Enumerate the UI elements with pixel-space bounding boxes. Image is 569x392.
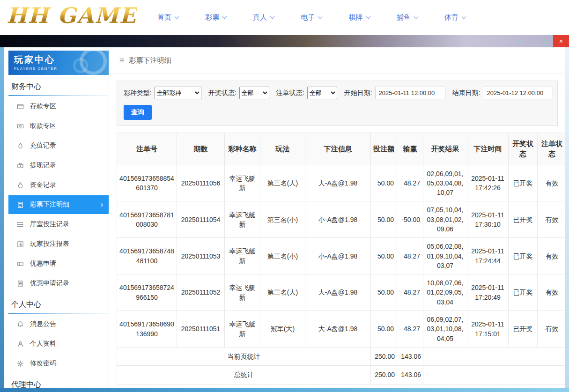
section-underline	[8, 95, 109, 96]
draw-status-label: 开奖状态:	[208, 89, 236, 97]
deposit-icon	[16, 103, 24, 110]
table-cell: 冠军(大)	[260, 311, 305, 348]
table-cell: 401569173658724966150	[117, 274, 177, 311]
nav-item-6[interactable]: 捕鱼	[397, 13, 418, 22]
table-cell: 2025-01-11 17:30:10	[467, 201, 509, 238]
app-window: 玩家中心 PLAYERS CENTER 财务中心存款专区取款专区充值记录提现记录…	[4, 47, 565, 388]
table-cell: 已开奖	[509, 311, 538, 348]
window-frame-right	[565, 47, 569, 388]
sidebar-item-label: 优惠申请记录	[30, 279, 69, 288]
table-cell: 48.27	[397, 238, 423, 274]
end-date-input[interactable]	[483, 87, 553, 99]
report-icon	[16, 241, 24, 248]
sidebar-item-label: 取款专区	[30, 122, 56, 130]
sidebar-section-title[interactable]: 财务中心	[8, 75, 109, 95]
column-header: 彩种名称	[225, 133, 260, 165]
sidebar-item[interactable]: 修改密码	[8, 354, 109, 373]
chevron-down-icon	[414, 15, 418, 19]
column-header: 下注时间	[467, 133, 509, 165]
table-header-row: 注单号期数彩种名称玩法下注信息投注额输赢开奖结果下注时间开奖状态注单状态	[117, 133, 566, 165]
table-cell: 幸运飞艇新	[225, 238, 260, 274]
sidebar-item-label: 充值记录	[30, 141, 56, 150]
sidebar-item[interactable]: 厅室投注记录	[8, 215, 109, 234]
nav-item-4[interactable]: 电子	[301, 13, 322, 22]
table-cell: 大-A盘@1.98	[305, 165, 371, 201]
table-cell: 有效	[538, 165, 566, 201]
sidebar-item[interactable]: 取款专区	[8, 117, 109, 135]
column-header: 输赢	[397, 133, 423, 165]
table-cell: 50.00	[371, 165, 397, 201]
sidebar-item[interactable]: 消息公告	[8, 315, 109, 333]
sidebar-item[interactable]: 彩票下注明细›	[8, 195, 109, 214]
sidebar-section-title[interactable]: 个人中心	[8, 293, 109, 313]
search-button[interactable]: 查询	[124, 105, 152, 120]
start-date-input[interactable]	[375, 87, 445, 99]
sidebar-item-label: 彩票下注明细	[30, 200, 69, 209]
sidebar-item[interactable]: 优惠申请	[8, 254, 109, 273]
table-cell: 10,08,07,06,01,02,09,05,03,04	[423, 274, 467, 311]
minimize-button[interactable]: –	[525, 35, 539, 47]
summary-winloss: 143.06	[397, 366, 423, 384]
summary-row: 当前页统计250.00143.06	[117, 347, 566, 365]
nav-item-7[interactable]: 体育	[444, 13, 466, 22]
password-icon	[16, 360, 24, 367]
logo: HH GAME	[7, 3, 137, 28]
menu-icon[interactable]: ≡	[119, 56, 125, 65]
lottery-type-label: 彩种类型:	[124, 89, 152, 97]
table-cell: 20250111052	[177, 274, 225, 311]
content-area: 彩种类型: 全部彩种 开奖状态: 全部 注单状态:	[109, 74, 565, 388]
sidebar-item[interactable]: 玩家投注报表	[8, 235, 109, 253]
sidebar-item-label: 消息公告	[30, 320, 56, 328]
table-cell: 小-A盘@1.98	[305, 238, 371, 274]
table-cell: 大-A盘@1.98	[305, 311, 371, 348]
table-row: 40156917365874848110020250111053幸运飞艇新第三名…	[117, 238, 566, 274]
chevron-right-icon: ›	[101, 200, 103, 209]
table-cell: 已开奖	[509, 238, 538, 274]
nav-item-2[interactable]: 彩票	[205, 13, 226, 22]
sidebar-item-label: 玩家投注报表	[30, 240, 69, 248]
sidebar-item[interactable]: 充值记录	[8, 136, 109, 155]
table-row: 40156917365869013699020250111051幸运飞艇新冠军(…	[117, 311, 566, 348]
chevron-down-icon	[318, 15, 323, 19]
table-cell: 50.00	[371, 201, 397, 238]
breadcrumb: ≡ 彩票下注明细	[109, 47, 565, 74]
sidebar-item[interactable]: 存款专区	[8, 97, 109, 116]
table-cell: 401569173658781008030	[117, 201, 177, 238]
sidebar-item[interactable]: 优惠申请记录	[8, 274, 109, 293]
table-cell: 02,06,09,01,05,03,04,08,10,07	[423, 165, 467, 201]
sidebar-item-label: 厅室投注记录	[30, 220, 69, 229]
main-panel: ≡ 彩票下注明细 彩种类型: 全部彩种 开奖状态: 全部	[109, 47, 565, 388]
maximize-button[interactable]: □	[539, 35, 553, 47]
sidebar-item[interactable]: 提现记录	[8, 156, 109, 175]
close-button[interactable]: ×	[553, 35, 569, 47]
nav-item-1[interactable]: 首页	[157, 13, 178, 22]
summary-label: 总统计	[117, 366, 371, 384]
table-row: 40156917365885460137020250111056幸运飞艇新第三名…	[117, 165, 566, 201]
table-cell: 2025-01-11 17:24:44	[467, 238, 509, 274]
table-cell: 50.00	[371, 238, 397, 274]
sidebar-title: 玩家中心	[14, 54, 103, 66]
table-cell: 幸运飞艇新	[225, 311, 260, 348]
chevron-down-icon	[222, 15, 227, 19]
sidebar-item[interactable]: 个人资料	[8, 334, 109, 353]
table-cell: 2025-01-11 17:15:01	[467, 311, 509, 348]
lottery-type-select[interactable]: 全部彩种	[155, 87, 201, 99]
table-cell: 50.00	[371, 274, 397, 311]
end-date-label: 结束日期:	[452, 89, 480, 97]
table-cell: 48.27	[397, 311, 423, 348]
table-cell: 20250111054	[177, 201, 225, 238]
table-cell: 已开奖	[509, 274, 538, 311]
dropdown-button[interactable]: ∨	[511, 35, 525, 47]
summary-winloss: 143.06	[397, 347, 423, 365]
sidebar-item[interactable]: 资金记录	[8, 176, 109, 194]
summary-row: 总统计250.00143.06	[117, 366, 566, 384]
nav-item-label: 体育	[444, 13, 458, 22]
order-status-select[interactable]: 全部	[307, 87, 337, 99]
nav-item-3[interactable]: 真人	[253, 13, 274, 22]
table-cell: 20250111056	[177, 165, 225, 201]
sidebar-section-title[interactable]: 代理中心	[8, 373, 109, 388]
window-controls: ∨–□×	[511, 35, 569, 47]
nav-item-label: 真人	[253, 13, 267, 22]
draw-status-select[interactable]: 全部	[239, 87, 269, 99]
nav-item-5[interactable]: 棋牌	[349, 13, 370, 22]
